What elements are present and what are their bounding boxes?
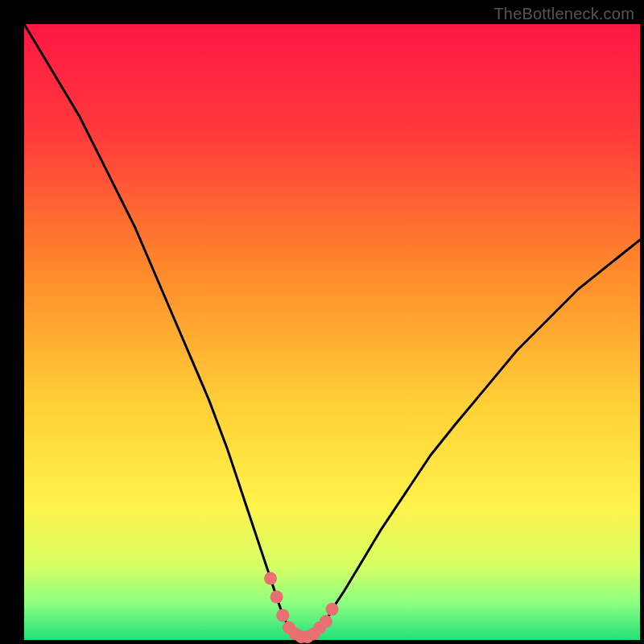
chart-frame: TheBottleneck.com <box>0 0 644 644</box>
optimal-marker <box>320 615 332 628</box>
bottleneck-curve-chart <box>0 0 644 644</box>
optimal-marker <box>326 603 339 616</box>
optimal-marker <box>264 572 277 585</box>
optimal-marker <box>276 609 289 621</box>
optimal-marker <box>270 591 283 604</box>
plot-area-gradient <box>24 24 640 640</box>
watermark-text: TheBottleneck.com <box>493 5 634 23</box>
